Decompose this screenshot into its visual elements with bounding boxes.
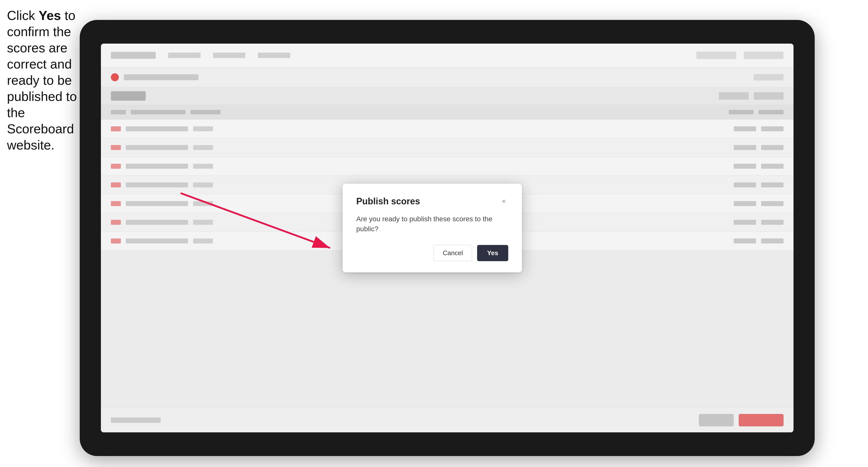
dialog-actions: Cancel Yes: [356, 245, 508, 261]
instruction-bold: Yes: [39, 8, 61, 23]
dialog-yes-button[interactable]: Yes: [477, 245, 508, 261]
tablet-screen: Publish scores × Are you ready to publis…: [101, 43, 794, 432]
instruction-text: Click Yes to confirm the scores are corr…: [7, 7, 79, 153]
publish-scores-dialog: Publish scores × Are you ready to publis…: [343, 184, 522, 272]
dialog-body-text: Are you ready to publish these scores to…: [356, 214, 508, 234]
dialog-cancel-button[interactable]: Cancel: [434, 245, 472, 261]
dialog-overlay: Publish scores × Are you ready to publis…: [101, 43, 794, 432]
dialog-title-row: Publish scores ×: [356, 196, 508, 207]
instruction-suffix: to confirm the scores are correct and re…: [7, 8, 77, 152]
tablet-device: Publish scores × Are you ready to publis…: [80, 20, 815, 456]
dialog-close-button[interactable]: ×: [499, 197, 508, 206]
dialog-title: Publish scores: [356, 196, 420, 207]
